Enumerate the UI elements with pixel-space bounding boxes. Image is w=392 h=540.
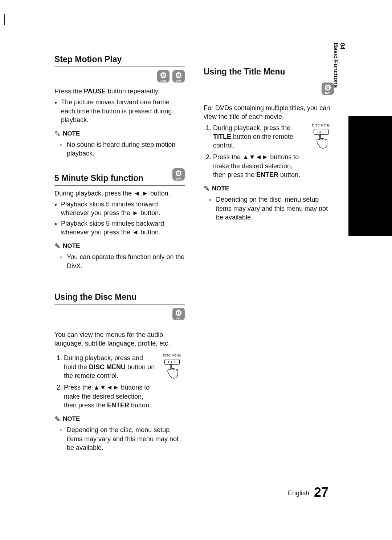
note-icon: ✎ xyxy=(204,184,210,193)
thumb-index-tab xyxy=(348,116,392,236)
note-label: NOTE xyxy=(212,185,229,192)
list-item: Depending on the disc, menu setup items … xyxy=(67,426,185,452)
skip-bullets: Playback skips 5 minutes forward wheneve… xyxy=(54,200,185,237)
title-menu-steps-block: DISC MENU TITLE During playback, press t… xyxy=(204,124,334,180)
divx-badge-icon: DivX xyxy=(172,70,185,82)
divx-badge-icon: DivX xyxy=(172,168,185,181)
list-item: Depending on the disc, menu setup items … xyxy=(216,195,334,222)
page-number: 27 xyxy=(314,485,328,500)
remote-button-label: TITLE xyxy=(314,129,329,135)
disc-menu-intro: You can view the menus for the audio lan… xyxy=(54,330,185,348)
remote-illustration: DISC MENU TITLE xyxy=(159,354,185,380)
list-item: You can operate this function only on th… xyxy=(67,253,185,270)
dvd-badge-icon: DVD xyxy=(172,308,185,320)
note-header: ✎ NOTE xyxy=(204,184,334,193)
dvd-badge-icon: DVD xyxy=(157,70,170,82)
heading-skip: 5 Minute Skip function xyxy=(54,173,185,186)
media-badges: DVD xyxy=(204,82,334,95)
remote-button-label: TITLE xyxy=(164,359,180,365)
note-list: Depending on the disc, menu setup items … xyxy=(54,426,185,452)
note-icon: ✎ xyxy=(54,415,61,423)
note-list: Depending on the disc, menu setup items … xyxy=(204,195,334,222)
disc-menu-steps-block: DISC MENU TITLE During playback, press a… xyxy=(54,354,185,410)
list-item: Playback skips 5 minutes backward whenev… xyxy=(61,219,185,237)
list-item: Playback skips 5 minutes forward wheneve… xyxy=(61,200,185,218)
media-badges: DVD DivX xyxy=(54,70,185,82)
note-header: ✎ NOTE xyxy=(54,129,185,138)
crop-mark xyxy=(4,14,30,25)
list-item: During playback, press the TITLE button … xyxy=(213,124,305,150)
note-list: No sound is heard during step motion pla… xyxy=(54,140,185,158)
note-label: NOTE xyxy=(63,242,80,250)
step-motion-bullets: The picture moves forward one frame each… xyxy=(54,98,185,124)
list-item: The picture moves forward one frame each… xyxy=(61,98,185,124)
list-item: Press the ▲▼◄► buttons to make the desir… xyxy=(64,383,156,410)
remote-illustration: DISC MENU TITLE xyxy=(309,124,334,150)
title-menu-intro: For DVDs containing multiple titles, you… xyxy=(204,104,334,121)
left-column: Step Motion Play DVD DivX Press the PAUS… xyxy=(54,55,185,459)
page-content: Step Motion Play DVD DivX Press the PAUS… xyxy=(54,55,334,459)
note-label: NOTE xyxy=(63,415,80,423)
list-item: No sound is heard during step motion pla… xyxy=(67,140,185,158)
crop-mark xyxy=(356,0,356,33)
step-motion-intro: Press the PAUSE button repeatedly. xyxy=(54,87,185,96)
remote-top-label: DISC MENU xyxy=(159,354,185,357)
note-icon: ✎ xyxy=(54,129,61,138)
note-icon: ✎ xyxy=(54,242,61,250)
hand-press-icon xyxy=(163,363,181,380)
chapter-number: 04 xyxy=(339,43,346,84)
footer-language: English xyxy=(288,489,309,497)
right-column: Using the Title Menu DVD For DVDs contai… xyxy=(204,55,334,459)
skip-intro: During playback, press the ◄,► button. xyxy=(54,189,185,198)
heading-step-motion: Step Motion Play xyxy=(54,55,185,67)
remote-top-label: DISC MENU xyxy=(309,124,334,127)
side-chapter-tab: 04 Basic Functions xyxy=(332,43,346,88)
list-item: Press the ▲▼◄► buttons to make the desir… xyxy=(213,153,305,179)
heading-title-menu: Using the Title Menu xyxy=(204,67,334,79)
dvd-badge-icon: DVD xyxy=(322,82,334,95)
note-label: NOTE xyxy=(63,130,80,137)
media-badges: DVD xyxy=(54,308,185,320)
heading-disc-menu: Using the Disc Menu xyxy=(54,292,185,305)
page-footer: English 27 xyxy=(288,485,328,500)
hand-press-icon xyxy=(313,133,330,150)
note-header: ✎ NOTE xyxy=(54,415,185,423)
note-list: You can operate this function only on th… xyxy=(54,253,185,270)
list-item: During playback, press and hold the DISC… xyxy=(64,354,156,380)
note-header: ✎ NOTE xyxy=(54,242,185,250)
